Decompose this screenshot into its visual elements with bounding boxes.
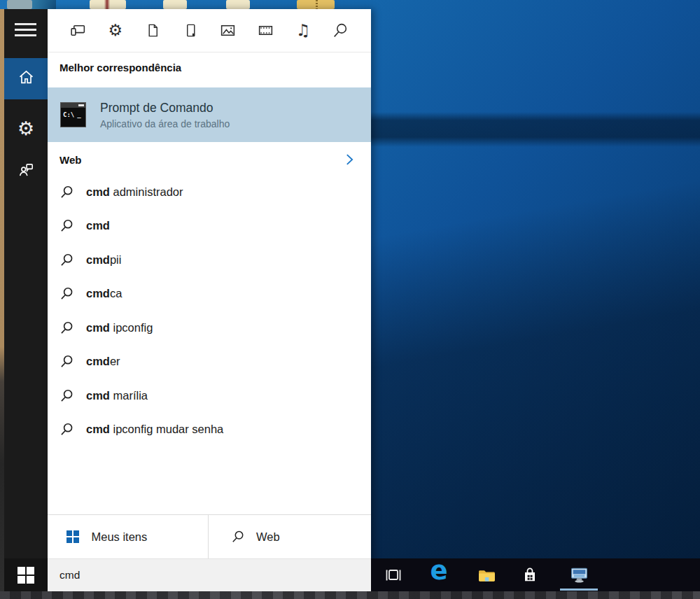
hamburger-menu-icon[interactable] — [15, 23, 36, 36]
web-suggestion[interactable]: cmd administrador — [48, 175, 371, 209]
search-icon — [59, 185, 74, 199]
web-filter-icon[interactable] — [332, 22, 350, 40]
search-icon — [59, 286, 74, 301]
search-icon — [59, 320, 74, 335]
web-suggestion[interactable]: cmd ipconfig mudar senha — [48, 413, 371, 447]
search-icon — [59, 218, 74, 233]
remote-desktop-icon[interactable] — [568, 565, 589, 586]
web-suggestion[interactable]: cmd — [48, 209, 371, 244]
sidebar-item-home[interactable] — [4, 58, 48, 99]
windows-logo-icon — [18, 567, 34, 584]
photos-filter-icon[interactable] — [219, 22, 237, 40]
desktop-folder-icon[interactable] — [226, 0, 250, 9]
my-stuff-button[interactable]: Meus itens — [48, 515, 209, 558]
windows-logo-icon — [66, 530, 79, 543]
command-prompt-icon: C:\_ — [60, 102, 86, 127]
best-match-header: Melhor correspondência — [59, 62, 371, 73]
file-explorer-icon[interactable] — [476, 565, 497, 586]
search-footer: Meus itens Web — [48, 514, 371, 558]
music-filter-icon[interactable]: ♫ — [294, 22, 312, 40]
web-section-label: Web — [59, 154, 81, 166]
desktop-wallpaper-highlight — [32, 0, 56, 9]
windows-desktop: ⚙ ⚙ — [0, 0, 700, 599]
home-icon — [17, 68, 36, 90]
feedback-icon — [17, 161, 35, 182]
search-icon — [59, 253, 74, 267]
active-app-indicator — [560, 589, 598, 591]
folders-filter-icon[interactable] — [181, 22, 200, 40]
start-button[interactable] — [4, 558, 48, 591]
screen-bottom-strip — [0, 591, 700, 599]
desktop-folder-icon[interactable] — [90, 0, 126, 9]
best-match-result[interactable]: C:\_ Prompt de Comando Aplicativo da áre… — [48, 87, 371, 142]
web-section-header[interactable]: Web — [48, 142, 371, 177]
windows-store-icon[interactable] — [519, 565, 540, 586]
task-view-button[interactable] — [383, 565, 404, 586]
web-search-button[interactable]: Web — [209, 515, 371, 558]
search-panel: ⚙ — [48, 9, 371, 591]
sidebar-item-feedback[interactable] — [4, 155, 48, 188]
settings-filter-icon[interactable]: ⚙ — [106, 22, 125, 40]
search-input[interactable]: cmd — [48, 558, 371, 591]
search-filter-bar: ⚙ — [48, 9, 371, 52]
search-icon — [231, 530, 245, 544]
search-icon — [59, 422, 74, 437]
web-suggestion[interactable]: cmd marília — [48, 379, 371, 413]
devices-filter-icon[interactable] — [69, 22, 87, 40]
search-icon — [59, 354, 74, 369]
chevron-right-icon[interactable] — [342, 152, 357, 167]
web-button-label: Web — [256, 530, 280, 544]
desktop-app-icon[interactable] — [7, 0, 32, 9]
desktop-folder-icon[interactable] — [163, 0, 187, 9]
desktop-zip-folder-icon[interactable] — [297, 0, 335, 9]
best-match-subtitle: Aplicativo da área de trabalho — [100, 118, 230, 129]
best-match-title: Prompt de Comando — [100, 101, 230, 115]
edge-browser-icon[interactable]: e — [428, 560, 449, 581]
gear-icon: ⚙ — [18, 119, 34, 138]
search-icon — [59, 388, 74, 403]
web-suggestion[interactable]: cmd ipconfig — [48, 311, 371, 345]
web-suggestion-list: cmd administrador cmd cmdpii cmdca cmd i… — [48, 175, 371, 446]
documents-filter-icon[interactable] — [144, 22, 162, 40]
web-suggestion[interactable]: cmdpii — [48, 243, 371, 277]
web-suggestion[interactable]: cmder — [48, 345, 371, 379]
start-sidebar: ⚙ — [4, 9, 48, 591]
taskbar: e — [371, 558, 700, 591]
videos-filter-icon[interactable] — [257, 22, 275, 40]
search-query-text: cmd — [59, 569, 80, 582]
web-suggestion[interactable]: cmdca — [48, 277, 371, 311]
my-stuff-label: Meus itens — [92, 530, 148, 544]
sidebar-item-settings[interactable]: ⚙ — [4, 111, 48, 145]
